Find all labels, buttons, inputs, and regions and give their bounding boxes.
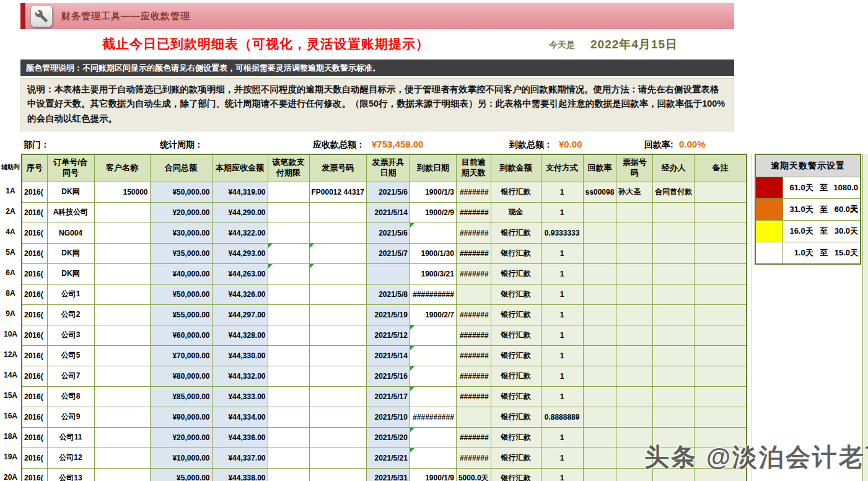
cell[interactable]: ¥44,293.00 — [212, 243, 268, 263]
cell[interactable] — [653, 366, 695, 386]
column-header[interactable]: 发票号码 — [309, 154, 366, 182]
aux-label[interactable]: 20A — [0, 467, 21, 481]
cell[interactable]: 银行汇款 — [491, 448, 541, 468]
cell[interactable]: 2016( — [22, 284, 47, 304]
aux-label[interactable]: 12A — [0, 345, 21, 365]
cell[interactable]: 公司5 — [47, 345, 94, 366]
cell[interactable]: 公司1 — [47, 284, 94, 304]
column-header[interactable]: 发票开具日期 — [366, 154, 410, 182]
cell[interactable]: 银行汇款 — [491, 366, 541, 386]
cell[interactable] — [410, 386, 456, 407]
cell[interactable]: 2016( — [22, 468, 47, 481]
cell[interactable]: 公司2 — [47, 304, 94, 325]
cell[interactable]: 2021/5/8 — [366, 284, 410, 304]
cell[interactable]: 1900/2/7 — [410, 304, 456, 325]
cell[interactable]: 银行汇款 — [491, 468, 541, 481]
cell[interactable] — [309, 386, 366, 407]
cell[interactable] — [94, 468, 150, 481]
cell[interactable]: 0.8888889 — [541, 407, 583, 427]
cell[interactable] — [653, 345, 695, 366]
cell[interactable] — [309, 448, 366, 468]
cell[interactable] — [653, 284, 695, 304]
cell[interactable] — [456, 407, 491, 427]
cell[interactable]: 2021/5/20 — [366, 427, 410, 448]
cell[interactable] — [94, 202, 150, 223]
cell[interactable] — [616, 366, 653, 386]
range-from[interactable]: 16.0天 — [783, 221, 815, 242]
aux-label[interactable]: 2A — [0, 201, 21, 222]
cell[interactable] — [583, 366, 616, 386]
cell[interactable]: ¥10,000.00 — [150, 448, 212, 468]
cell[interactable]: ¥44,263.00 — [212, 263, 268, 284]
cell[interactable] — [695, 386, 747, 407]
column-header[interactable]: 支付方式 — [541, 154, 583, 182]
column-header[interactable]: 目前逾期天数 — [456, 154, 491, 182]
cell[interactable]: ¥5,000.00 — [150, 468, 212, 481]
cell[interactable]: 公司7 — [47, 366, 94, 386]
cell[interactable] — [616, 202, 653, 223]
cell[interactable] — [94, 263, 150, 284]
aux-label[interactable]: 9A — [0, 304, 21, 324]
cell[interactable]: ####### — [456, 448, 491, 468]
cell[interactable] — [94, 386, 150, 407]
cell[interactable]: 公司11 — [47, 427, 94, 448]
cell[interactable]: 2021/5/14 — [366, 345, 410, 366]
cell[interactable] — [695, 284, 747, 304]
aux-label[interactable]: 8A — [0, 283, 21, 304]
cell[interactable] — [268, 366, 309, 386]
cell[interactable] — [583, 304, 616, 325]
cell[interactable] — [653, 407, 695, 427]
cell[interactable]: FP00012 44317 — [309, 182, 366, 202]
cell[interactable] — [616, 304, 653, 325]
cell[interactable]: ¥44,334.00 — [212, 407, 268, 427]
cell[interactable]: ¥44,337.00 — [212, 448, 268, 468]
cell[interactable]: 1 — [541, 468, 583, 481]
cell[interactable]: 公司8 — [47, 386, 94, 407]
cell[interactable] — [695, 407, 747, 427]
cell[interactable] — [583, 243, 616, 263]
cell[interactable]: 1 — [541, 448, 583, 468]
column-header[interactable]: 本期应收金额 — [212, 154, 268, 182]
cell[interactable]: ¥44,328.00 — [212, 325, 268, 345]
column-header[interactable]: 回款率 — [583, 154, 616, 182]
cell[interactable]: 2021/5/14 — [366, 202, 410, 223]
cell[interactable] — [94, 243, 150, 263]
range-from[interactable]: 31.0天 — [783, 199, 815, 220]
cell[interactable] — [309, 304, 366, 325]
cell[interactable]: 1900/1/9 — [410, 468, 456, 481]
cell[interactable] — [268, 284, 309, 304]
cell[interactable]: 2021/5/7 — [366, 243, 410, 263]
cell[interactable]: 1 — [541, 386, 583, 407]
cell[interactable]: ####### — [456, 325, 491, 345]
column-header[interactable]: 票据号码 — [616, 154, 653, 182]
color-swatch[interactable] — [756, 221, 783, 242]
cell[interactable]: ¥44,322.00 — [212, 223, 268, 243]
cell[interactable]: ¥70,000.00 — [150, 345, 212, 366]
cell[interactable]: 2016( — [22, 427, 47, 448]
cell[interactable]: 1900/1/3 — [410, 182, 456, 202]
cell[interactable] — [309, 263, 366, 284]
cell[interactable] — [410, 223, 456, 243]
cell[interactable]: 5000.0天 — [456, 468, 491, 481]
cell[interactable] — [94, 448, 150, 468]
column-header[interactable]: 订单号/合同号 — [47, 154, 94, 182]
cell[interactable] — [410, 345, 456, 366]
cell[interactable] — [309, 284, 366, 304]
column-header[interactable]: 合同总额 — [150, 154, 212, 182]
aux-label[interactable]: 16A — [0, 406, 21, 426]
cell[interactable]: 银行汇款 — [491, 182, 541, 202]
cell[interactable] — [410, 448, 456, 468]
cell[interactable] — [616, 223, 653, 243]
aux-label[interactable]: 6A — [0, 263, 21, 283]
cell[interactable]: 1 — [541, 325, 583, 345]
cell[interactable] — [695, 325, 747, 345]
cell[interactable]: ¥80,000.00 — [150, 366, 212, 386]
cell[interactable]: 150000 — [94, 182, 150, 202]
cell[interactable] — [653, 304, 695, 325]
cell[interactable] — [94, 223, 150, 243]
cell[interactable]: 孙大圣 — [616, 182, 653, 202]
aux-label[interactable]: 1A — [0, 181, 21, 201]
cell[interactable]: 2021/5/6 — [366, 182, 410, 202]
cell[interactable] — [94, 427, 150, 448]
cell[interactable]: 2016( — [22, 325, 47, 345]
